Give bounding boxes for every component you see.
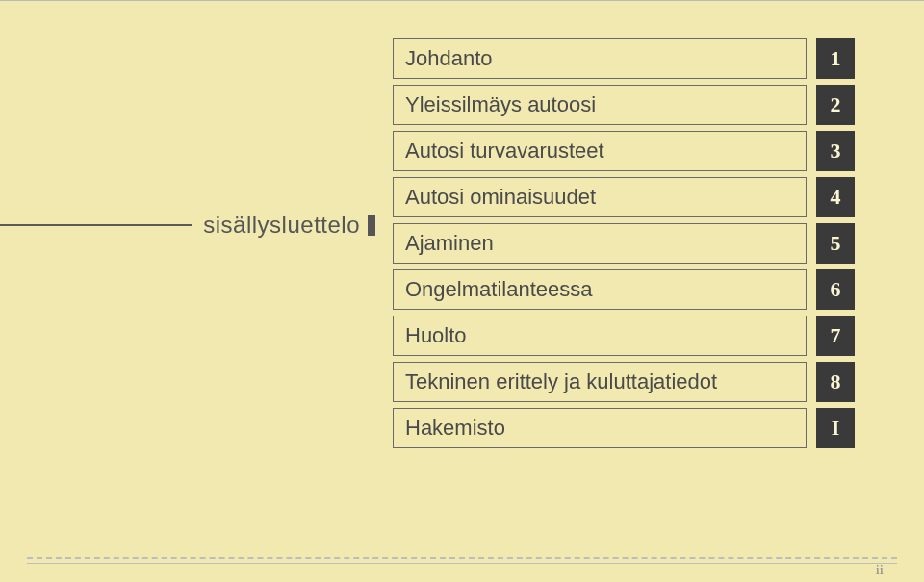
item-label: Tekninen erittely ja kuluttajatiedot <box>393 362 807 402</box>
item-number: 5 <box>816 223 855 264</box>
list-item: Ajaminen 5 <box>393 223 855 264</box>
item-number: 7 <box>816 316 855 356</box>
item-number: I <box>816 408 855 448</box>
item-number: 4 <box>816 177 855 217</box>
content-area: sisällysluettelo Johdanto 1 Yleissilmäys… <box>0 38 924 448</box>
item-label: Autosi ominaisuudet <box>393 177 807 217</box>
list-item: Johdanto 1 <box>393 38 855 79</box>
dashed-rule <box>27 557 897 559</box>
item-label: Huolto <box>393 316 807 356</box>
item-number: 1 <box>816 38 855 79</box>
item-number: 8 <box>816 362 855 402</box>
list-item: Ongelmatilanteessa 6 <box>393 269 855 310</box>
item-label: Autosi turvavarusteet <box>393 131 807 171</box>
list-item: Autosi ominaisuudet 4 <box>393 177 855 217</box>
toc-list: Johdanto 1 Yleissilmäys autoosi 2 Autosi… <box>393 38 855 448</box>
item-number: 3 <box>816 131 855 171</box>
item-number: 6 <box>816 269 855 310</box>
list-item: Hakemisto I <box>393 408 855 448</box>
item-label: Hakemisto <box>393 408 807 448</box>
page-number: ii <box>876 562 884 578</box>
list-item: Yleissilmäys autoosi 2 <box>393 85 855 125</box>
item-label: Ajaminen <box>393 223 807 264</box>
heading-rule <box>0 224 192 226</box>
toc-marker <box>368 215 375 236</box>
footer-solid-line <box>27 563 897 564</box>
list-item: Huolto 7 <box>393 316 855 356</box>
toc-label: sisällysluettelo <box>203 212 360 239</box>
item-label: Johdanto <box>393 38 807 79</box>
footer-dashed-line <box>27 557 897 559</box>
item-label: Yleissilmäys autoosi <box>393 85 807 125</box>
top-border <box>0 0 924 1</box>
toc-heading-block: sisällysluettelo <box>0 212 385 239</box>
item-label: Ongelmatilanteessa <box>393 269 807 310</box>
list-item: Autosi turvavarusteet 3 <box>393 131 855 171</box>
list-item: Tekninen erittely ja kuluttajatiedot 8 <box>393 362 855 402</box>
item-number: 2 <box>816 85 855 125</box>
